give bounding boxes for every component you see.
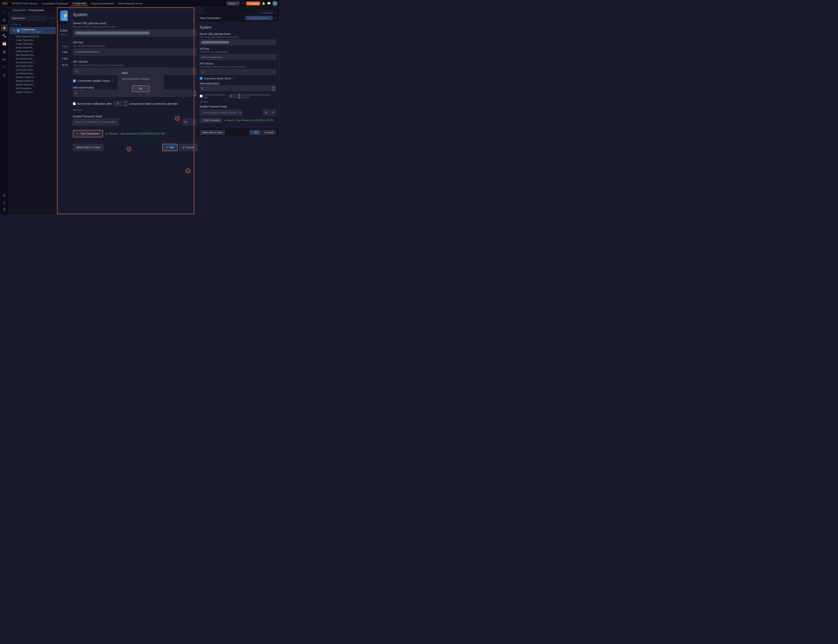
nav-investigation[interactable]: Investigation Dashboard [40,1,70,6]
main-content: ⚡ Freshservice ITSM Freshservice provide… [57,7,279,215]
sidebar-wave-icon[interactable]: 〜 [1,64,8,71]
integration-info: Freshservice Built-in · 16 Commands [21,28,42,33]
right-select-sites-button[interactable]: Select Sites to Clone [200,130,225,135]
right-add-button[interactable]: + Add [250,130,260,135]
right-vault-add-button[interactable]: + [270,110,276,116]
right-interval-input[interactable] [200,85,276,91]
chat-icon[interactable]: 💬 [267,2,271,5]
breadcrumb-parent[interactable]: Integrations [12,9,26,12]
master-button[interactable]: Master ▾ [226,1,240,6]
cancel-label: Cancel [186,146,194,149]
command-get-groups[interactable]: Get Groups (Fron... [10,61,55,64]
clear-search-icon[interactable]: × [48,16,49,20]
right-plus-icon: + [252,131,254,134]
right-attempts-label: attempts [200,100,276,103]
command-list-tickets[interactable]: List Tickets (From... [10,72,55,76]
right-email-up-button[interactable]: ▲ [237,93,241,96]
right-test-connection-button[interactable]: ✓ Test Connection [200,118,222,123]
vault-select[interactable]: Select a password vault connection [73,118,119,126]
right-interval-up-button[interactable]: ▲ [272,86,275,88]
left-panel-header: × + [9,14,56,23]
sidebar-tools-icon[interactable]: 🔧 [1,32,8,39]
nav-configuration[interactable]: Configuration [71,1,88,6]
server-url-label: Server URL (domain level) [73,21,198,25]
command-update-tickets[interactable]: Update Tickets (F... [10,90,55,94]
sidebar-network-icon[interactable]: ⋈ [1,56,8,63]
test-connection-button[interactable]: ✓ Test Connection [73,130,103,137]
sidebar-fingerprint-icon[interactable]: ⊛ [1,72,8,79]
right-server-url-sublabel: The server URL of the Freshservice API. [200,36,276,38]
add-button[interactable]: + Add [162,144,178,151]
sidebar-bottom-icons: ⧉ ⊻ ⚙ [1,192,8,213]
right-email-notify-checkbox[interactable] [200,95,203,97]
sidebar-download-icon[interactable]: ⊻ [1,199,8,206]
command-create-ticket[interactable]: Create Ticket (Fro... [10,38,55,42]
vault-edit-button[interactable]: ✎ [182,118,189,126]
notification-icon[interactable]: 🔔 [262,2,265,5]
incident-button[interactable]: + Incident [246,2,260,5]
email-notify-number[interactable] [113,101,122,106]
sidebar-home-icon[interactable]: ⌂ [1,9,8,16]
ok-button[interactable]: OK [132,85,150,92]
right-cancel-icon: ⊘ [264,131,266,134]
right-api-key-input[interactable] [200,54,276,60]
test-connection-row: ✓ Test Connection ● Passed – Last checke… [73,130,198,137]
command-resolve-tickets[interactable]: Resolve Tickets (F... [10,76,55,79]
command-close-tickets[interactable]: Close Tickets (From v2) [10,34,55,38]
right-vault-label: Enable Password Vault [200,105,276,108]
command-search-tickets[interactable]: Search Tickets (Fr... [10,83,55,87]
email-notify-up-button[interactable]: ▲ [123,100,128,104]
close-modal-button[interactable]: × [274,16,276,20]
command-get-departments[interactable]: Get Departments... [10,57,55,61]
left-panel: Integrations > Freshservice × + ▾ ITSM (… [9,7,57,215]
sidebar-calendar-icon[interactable]: 📅 [1,40,8,47]
api-key-input[interactable] [73,49,198,56]
right-interval-down-button[interactable]: ▼ [272,89,275,91]
email-notify-down-button[interactable]: ▼ [123,104,128,107]
right-vault-edit-button[interactable]: ✎ [263,110,269,116]
sidebar-layers-icon[interactable]: ⧉ [1,192,8,199]
command-restore-tickets[interactable]: Restore Tickets (F... [10,79,55,83]
nav-reporting[interactable]: Reporting Dashboard [89,1,116,6]
alert-title: Alert [118,68,163,77]
command-get-tickets[interactable]: Get Tickets (From... [10,64,55,68]
sidebar-integrations-icon[interactable]: ⚡ [1,25,8,31]
configure-provision-button[interactable]: ⊕ Configure Provision... [245,16,272,20]
sidebar-settings-icon[interactable]: ⚙ [1,206,8,213]
nav-event-playbook[interactable]: Event Playbook Viewer [117,1,145,6]
sidebar-search-icon[interactable]: ⊞ [1,16,8,23]
info-icon[interactable]: ⓘ [242,2,244,5]
right-health-label: Connection Health Check [204,77,231,80]
right-email-notify-number[interactable] [229,94,237,98]
server-url-input[interactable] [73,30,198,36]
add-icon[interactable]: + [50,15,55,21]
command-delete-ticket-atti[interactable]: Delete Ticket Atti... [10,46,55,49]
sidebar-item-freshservice[interactable]: ▾ ⚡ Freshservice Built-in · 16 Commands [10,27,56,34]
left-panel-section-itsm[interactable]: ▾ ITSM (1) [9,23,56,27]
command-filter-departments[interactable]: Filter Departments... [10,53,55,57]
right-api-version-input[interactable] [200,69,276,75]
cancel-button[interactable]: ⊘ Cancel [179,144,198,151]
right-api-key-sublabel: The API key for authentication. [200,51,276,53]
search-input[interactable] [10,16,47,20]
right-server-url-input[interactable] [200,39,276,45]
right-health-checkbox[interactable] [200,77,203,80]
right-cancel-button[interactable]: ⊘ Cancel [262,130,276,135]
breadcrumb: Integrations > Freshservice [9,7,56,14]
connection-health-checkbox[interactable] [73,79,76,82]
command-create-ticket-not[interactable]: Create Ticket Not... [10,42,55,46]
command-list-groups[interactable]: List Groups (From... [10,68,55,72]
right-vault-select[interactable]: Select a password vault connection [200,110,242,116]
avatar[interactable]: U [272,1,278,6]
right-modal-section-title: System [200,26,276,30]
select-sites-button[interactable]: Select Sites to Clone [73,144,104,151]
command-test-connection[interactable]: Test Connection [10,87,55,90]
right-email-down-button[interactable]: ▼ [237,96,241,99]
sidebar-grid-icon[interactable]: ▦ [1,48,8,55]
nav-mitre[interactable]: MITRE ATT&CK Monitor [10,1,40,6]
command-delete-tickets[interactable]: Delete Tickets (Fr... [10,49,55,53]
right-vault-row: Select a password vault connection ✎ + [200,110,276,116]
main-connection-modal: System Server URL (domain level) The ser… [68,7,203,215]
email-notify-checkbox[interactable] [73,102,76,105]
chevron-down-icon: ▾ [14,29,15,32]
